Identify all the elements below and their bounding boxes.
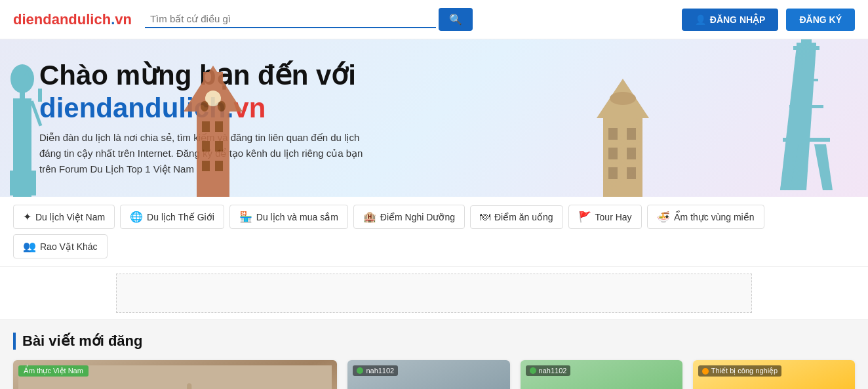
cat-label-2: Du lịch Thế Giới: [147, 212, 214, 222]
post-2-author: nah1102: [366, 367, 394, 375]
svg-rect-49: [187, 383, 191, 389]
cat-label-7: Ẩm thực vùng miền: [674, 212, 755, 222]
logo-text: diendandulich: [13, 11, 111, 28]
post-card-3[interactable]: nah1102 G 108 HẠT TRẦM HƯƠNG TÓC KIẾN TỰ…: [521, 360, 682, 389]
category-du-lich-mua-sam[interactable]: 🏪 Du lịch và mua sắm: [229, 205, 348, 229]
author-dot-3: [530, 367, 536, 374]
category-rao-vat-khac[interactable]: 👥 Rao Vặt Khác: [13, 234, 108, 258]
svg-point-2: [10, 64, 34, 93]
category-am-thuc-vung-mien[interactable]: 🍜 Ẩm thực vùng miền: [647, 205, 764, 229]
cat-label-3: Du lịch và mua sắm: [256, 212, 338, 222]
cat-icon-3: 🏪: [239, 211, 252, 223]
category-du-lich-the-gioi[interactable]: 🌐 Du lịch Thế Giới: [120, 205, 224, 229]
header: diendandulich.vn 🔍 👤 ĐĂNG NHẬP ĐĂNG KÝ: [0, 0, 868, 39]
category-diem-nghi-duong[interactable]: 🏨 Điểm Nghi Dưỡng: [353, 205, 465, 229]
hero-title: Chào mừng bạn đến với diendandulich.vn: [39, 59, 829, 125]
search-input[interactable]: [145, 10, 436, 28]
post-4-author-badge: Thiết bị công nghiệp: [698, 365, 781, 377]
category-diem-an-uong[interactable]: 🍽 Điểm ăn uống: [470, 205, 563, 229]
cat-label-1: Du lịch Việt Nam: [35, 212, 105, 222]
hero-banner: Chào mừng bạn đến với diendandulich.vn D…: [0, 39, 868, 197]
post-4-image: Thiết bị công nghiệp: [693, 360, 855, 389]
post-3-author-badge: nah1102: [526, 365, 571, 376]
post-4-author: Thiết bị công nghiệp: [711, 367, 778, 375]
category-nav: ✦ Du lịch Việt Nam 🌐 Du lịch Thế Giới 🏪 …: [0, 197, 868, 267]
hero-description: Diễn đàn du lịch là nơi chia sẻ, tìm kiế…: [39, 130, 380, 177]
svg-rect-0: [20, 79, 25, 197]
search-button[interactable]: 🔍: [439, 8, 473, 31]
svg-rect-37: [801, 39, 812, 44]
svg-rect-3: [18, 66, 26, 80]
header-right: 👤 ĐĂNG NHẬP ĐĂNG KÝ: [682, 9, 855, 31]
main-content: Bài viết mới đăng: [0, 319, 868, 389]
posts-grid: Ẩm thực Việt Nam nah1102 M PHÁ SỰ THƯ GI…: [13, 360, 855, 389]
category-tour-hay[interactable]: 🚩 Tour Hay: [568, 205, 642, 229]
search-icon: 🔍: [449, 14, 462, 25]
search-wrapper: 🔍: [145, 8, 473, 31]
svg-rect-31: [616, 180, 629, 197]
cat-icon-2: 🌐: [130, 211, 143, 223]
cat-icon-8: 👥: [23, 240, 36, 253]
post-tag-am-thuc: Ẩm thực Việt Nam: [18, 365, 89, 377]
user-icon: 👤: [695, 14, 706, 25]
post-card-featured[interactable]: Ẩm thực Việt Nam: [13, 360, 337, 389]
svg-rect-1: [13, 98, 31, 197]
svg-marker-6: [24, 69, 30, 80]
svg-rect-35: [793, 46, 819, 50]
cat-label-6: Tour Hay: [595, 212, 632, 222]
logo-vn: vn: [115, 11, 132, 28]
cat-icon-1: ✦: [23, 211, 31, 223]
logo[interactable]: diendandulich.vn: [13, 11, 132, 28]
cat-label-4: Điểm Nghi Dưỡng: [380, 212, 455, 222]
cat-label-5: Điểm ăn uống: [494, 212, 553, 222]
svg-marker-4: [13, 69, 20, 80]
cat-icon-5: 🍽: [480, 211, 490, 223]
ad-banner-area: [0, 267, 868, 319]
cat-icon-7: 🍜: [657, 211, 670, 223]
author-dot-4: [702, 368, 709, 375]
svg-rect-36: [797, 43, 816, 47]
post-card-4[interactable]: Thiết bị công nghiệp bạc đồng tự bôi trơ…: [693, 360, 855, 389]
svg-marker-5: [18, 66, 26, 79]
cat-icon-4: 🏨: [363, 211, 376, 223]
post-2-author-badge: nah1102: [353, 365, 398, 376]
section-title: Bài viết mới đăng: [13, 333, 855, 350]
hero-brand: diendandulich: [39, 92, 226, 123]
category-du-lich-viet-nam[interactable]: ✦ Du lịch Việt Nam: [13, 205, 115, 229]
register-button[interactable]: ĐĂNG KÝ: [786, 9, 855, 31]
post-card-2[interactable]: nah1102 M PHÁ SỰ THƯ GIÃN VỚI VÒNG TRU T…: [347, 360, 509, 389]
post-2-image: nah1102: [347, 360, 509, 389]
cat-icon-6: 🚩: [578, 211, 591, 223]
login-button[interactable]: 👤 ĐĂNG NHẬP: [682, 9, 779, 31]
post-3-image: nah1102: [521, 360, 682, 389]
hero-content: Chào mừng bạn đến với diendandulich.vn D…: [39, 59, 829, 178]
post-3-author: nah1102: [539, 367, 567, 375]
cat-label-8: Rao Vặt Khác: [40, 241, 98, 252]
post-featured-image: Ẩm thực Việt Nam: [13, 360, 337, 389]
author-dot-2: [357, 367, 363, 374]
svg-rect-9: [10, 171, 36, 195]
ad-placeholder: [116, 274, 752, 313]
